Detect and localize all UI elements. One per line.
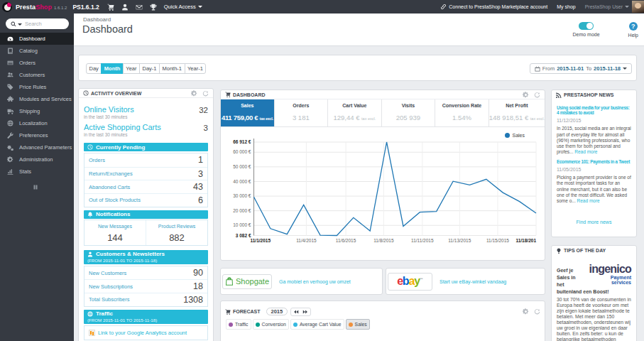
trophy-icon[interactable] (146, 4, 160, 11)
period-button-day-1[interactable]: Day-1 (139, 63, 160, 74)
news-article-excerpt: In 2015, social media are an integral pa… (557, 126, 631, 155)
search-icon[interactable] (11, 21, 16, 27)
notification-cell: Product Reviews882 (146, 220, 207, 245)
shopgate-banner[interactable]: Shopgate Ga mobiel en verhoog uw omzet (220, 268, 383, 295)
sidebar-item-catalog[interactable]: Catalog (0, 45, 74, 57)
news-article-title[interactable]: Using social media for your business: 4 … (557, 105, 631, 115)
previous-year-button[interactable] (293, 309, 299, 315)
data-row-label[interactable]: New Customers (89, 270, 126, 276)
data-row-label[interactable]: Abandoned Carts (89, 184, 130, 190)
brand-name: PrestaShop (16, 4, 52, 11)
metric-tab-cart-value[interactable]: Cart Value129,44 € tax excl. (327, 99, 381, 126)
data-row-label[interactable]: Orders (89, 157, 105, 163)
period-button-year-1[interactable]: Year-1 (185, 63, 207, 74)
page-header: Dashboard Dashboard Demo mode ? Help (74, 13, 644, 46)
refresh-icon[interactable] (534, 92, 540, 98)
sidebar-item-preferences[interactable]: Preferences (0, 129, 74, 141)
read-more-link[interactable]: Read more (574, 149, 597, 154)
sidebar-item-shipping[interactable]: Shipping (0, 105, 74, 117)
metric-tab-conversion-rate[interactable]: Conversion Rate1.54% (435, 99, 489, 126)
panel-title: TIPS OF THE DAY (564, 248, 606, 253)
data-row-label[interactable]: Total Subscribers (89, 296, 130, 303)
shop-version[interactable]: PS1.6.1.2 (72, 4, 99, 11)
dashboard-panel: DASHBOARD Sales411 759,00 € tax excl.Ord… (220, 90, 545, 261)
forecast-legend-traffic[interactable]: Traffic (226, 319, 251, 330)
sidebar-item-advanced-parameters[interactable]: Advanced Parameters (0, 141, 74, 153)
demo-mode-toggle[interactable] (579, 22, 594, 30)
filter-bar: DayMonthYearDay-1Month-1Year-1 From 2015… (78, 55, 637, 81)
forecast-legend-sales[interactable]: Sales (346, 319, 370, 330)
forecast-legend-average-cart-value[interactable]: Average Cart Value (290, 319, 344, 330)
person-icon[interactable] (118, 4, 132, 11)
help-icon[interactable]: ? (629, 22, 638, 31)
next-year-button[interactable] (302, 309, 308, 315)
gear-icon[interactable] (523, 92, 529, 98)
metric-tab-value: 411 759,00 € tax excl. (221, 114, 274, 121)
panel-title: FORECAST (233, 309, 261, 314)
data-row-label[interactable]: New Subscriptions (89, 283, 133, 290)
user-menu[interactable]: PrestaShop User (585, 4, 629, 9)
gear-icon[interactable] (523, 308, 529, 315)
forecast-legend-conversion[interactable]: Conversion (253, 319, 289, 330)
sidebar-item-label: Orders (19, 60, 36, 66)
section-header-notifications: Notifications (84, 210, 208, 219)
metric-tab-orders[interactable]: Orders3 181 (274, 99, 328, 126)
quick-access-menu[interactable]: Quick Access (164, 4, 202, 10)
year-selector[interactable]: 2015 (266, 308, 288, 315)
sidebar-item-label: Preferences (19, 132, 48, 139)
kpi-link[interactable]: Online Visitors (84, 105, 134, 114)
data-row: Total Subscribers1308 (84, 293, 207, 306)
shopgate-link[interactable]: Ga mobiel en verhoog uw omzet (279, 279, 351, 284)
prestashop-news-panel: PRESTASHOP NEWS Using social media for y… (551, 90, 637, 237)
gear-icon[interactable] (191, 90, 197, 97)
sidebar-item-label: Advanced Parameters (19, 144, 72, 151)
help-label: Help (628, 33, 638, 38)
metric-tab-net-profit[interactable]: Net Profit148 918,51 € tax excl. (489, 99, 545, 126)
kpi-link[interactable]: Active Shopping Carts (84, 123, 161, 131)
date-range-button[interactable]: From 2015-11-01 To 2015-11-18 (530, 63, 632, 74)
tips-of-the-day-panel: TIPS OF THE DAY ingenico Payment service… (551, 245, 637, 341)
news-article-title[interactable]: Ecommerce 101: Payments in a Tweet (557, 159, 631, 164)
sidebar-item-label: Price Rules (19, 84, 46, 90)
data-row-label[interactable]: Out of Stock Products (89, 197, 141, 203)
find-more-news-link[interactable]: Find more news (557, 220, 631, 224)
data-row-label[interactable]: Return/Exchanges (89, 170, 133, 177)
period-button-month-1[interactable]: Month-1 (159, 63, 185, 74)
ebay-banner[interactable]: ebay™ Start uw eBay-winkel vandaag (386, 268, 545, 295)
chart-legend[interactable]: Sales (505, 133, 525, 138)
collapse-sidebar-button[interactable] (33, 184, 74, 190)
caret-down-icon[interactable] (18, 23, 22, 26)
marketplace-link[interactable]: Connect to PrestaShop Marketplace accoun… (440, 4, 547, 10)
refresh-icon[interactable] (534, 308, 540, 315)
refresh-icon[interactable] (202, 90, 209, 97)
avatar[interactable] (632, 1, 644, 13)
read-more-link[interactable]: Read more (577, 198, 600, 203)
sidebar-item-dashboard[interactable]: Dashboard (0, 33, 74, 45)
my-shop-link[interactable]: My shop (557, 4, 575, 9)
period-button-month[interactable]: Month (101, 63, 124, 74)
sidebar-item-customers[interactable]: Customers (0, 69, 74, 81)
period-button-day[interactable]: Day (86, 63, 102, 74)
ebay-link[interactable]: Start uw eBay-winkel vandaag (440, 279, 506, 284)
notification-label[interactable]: New Messages (84, 224, 146, 229)
metric-tab-visits[interactable]: Visits205 939 (381, 99, 435, 126)
period-button-year[interactable]: Year (123, 63, 140, 74)
sidebar-item-stats[interactable]: Stats (0, 166, 74, 178)
sidebar-item-administration[interactable]: Administration (0, 153, 74, 166)
section-title: Traffic (87, 310, 204, 318)
svg-text:3 082 €: 3 082 € (236, 233, 251, 238)
prestashop-logo[interactable] (2, 2, 12, 12)
sidebar-item-orders[interactable]: Orders (0, 57, 74, 69)
metric-tab-value: 1.54% (435, 114, 489, 121)
data-row-value: 3 (198, 169, 203, 179)
envelope-icon[interactable] (132, 4, 146, 11)
google-analytics-link[interactable]: Link to your Google Analytics account (98, 330, 187, 336)
sidebar-item-price-rules[interactable]: Price Rules (0, 81, 74, 93)
metric-tab-sales[interactable]: Sales411 759,00 € tax excl. (221, 99, 274, 126)
sidebar-item-modules-and-services[interactable]: Modules and Services (0, 93, 74, 105)
notification-label[interactable]: Product Reviews (146, 224, 207, 229)
legend-dot (256, 323, 260, 327)
topbar-right: Connect to PrestaShop Marketplace accoun… (440, 0, 644, 13)
cart-icon[interactable] (104, 4, 118, 11)
sidebar-item-localization[interactable]: Localization (0, 117, 74, 129)
